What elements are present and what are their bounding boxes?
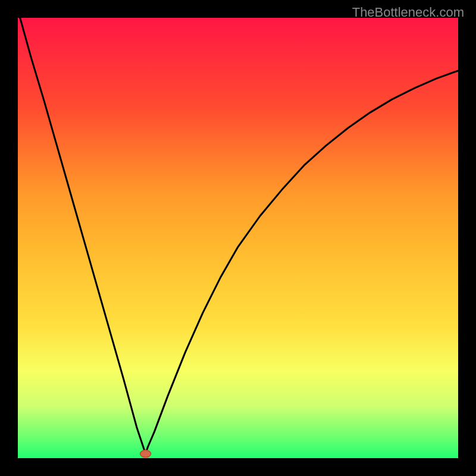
watermark-label: TheBottleneck.com (352, 5, 464, 20)
chart-overlay (0, 0, 476, 476)
bottleneck-marker (140, 450, 151, 458)
bottleneck-curve (20, 18, 458, 454)
chart-container: TheBottleneck.com (0, 0, 476, 476)
